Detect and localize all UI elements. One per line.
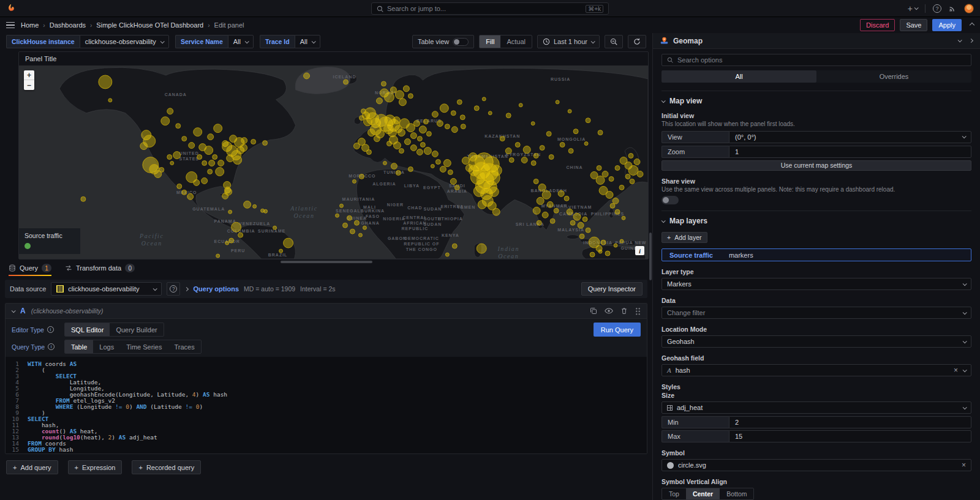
align-top[interactable]: Top	[662, 488, 686, 499]
svg-text:SENEGAL: SENEGAL	[336, 209, 361, 213]
save-button[interactable]: Save	[900, 19, 927, 31]
collapse-pane-icon[interactable]	[969, 39, 973, 43]
section-map-layers[interactable]: Map layers	[662, 217, 971, 225]
map-zoom-control: + –	[24, 70, 34, 90]
drag-handle-icon[interactable]	[635, 307, 641, 315]
visualization-picker[interactable]: Geomap	[653, 33, 980, 49]
global-search[interactable]: Search or jump to... ⌘+k	[371, 2, 609, 15]
toggle-visibility-icon[interactable]	[605, 307, 613, 315]
breadcrumb-dashboards[interactable]: Dashboards	[50, 21, 86, 29]
chevron-down-icon	[245, 39, 249, 43]
avatar[interactable]	[964, 4, 974, 13]
chevron-up-icon[interactable]	[970, 23, 974, 28]
zoom-out-button[interactable]	[605, 35, 623, 48]
svg-text:MAURITANIA: MAURITANIA	[342, 197, 375, 201]
tab-all[interactable]: All	[662, 70, 816, 83]
view-select[interactable]: (0°, 0°)	[729, 131, 971, 143]
zoom-input[interactable]: 1	[729, 146, 971, 158]
size-select[interactable]: adj_heat	[662, 401, 971, 414]
share-view-label: Share view	[662, 177, 971, 185]
breadcrumb-dashboard-name[interactable]: Simple ClickHouse OTel Dashboard	[96, 21, 203, 29]
chevron-right-icon: ›	[43, 22, 45, 29]
variable-label: Service Name	[175, 35, 228, 48]
refresh-button[interactable]	[628, 35, 646, 48]
add-menu-button[interactable]: +	[908, 4, 918, 13]
symbol-select[interactable]: circle.svg ×	[662, 459, 971, 471]
sql-editor[interactable]: 1WITH coords AS2 (3 SELECT4 Latitude,5 L…	[6, 357, 647, 453]
transform-count-badge: 0	[125, 264, 135, 272]
duplicate-query-icon[interactable]	[590, 307, 597, 315]
tab-query[interactable]: Query 1	[9, 264, 51, 276]
query-type-logs[interactable]: Logs	[93, 340, 120, 353]
grafana-logo[interactable]	[6, 3, 17, 13]
time-range-picker[interactable]: Last 1 hour	[537, 35, 600, 48]
align-bottom[interactable]: Bottom	[720, 488, 753, 499]
svg-text:LIBYA: LIBYA	[404, 184, 420, 188]
chevron-down-icon	[662, 218, 666, 223]
chevron-down-icon[interactable]	[958, 38, 962, 42]
breadcrumb-home[interactable]: Home	[21, 21, 39, 29]
query-type-traces[interactable]: Traces	[168, 340, 200, 353]
max-input[interactable]: 15	[729, 430, 971, 442]
query-type-time-series[interactable]: Time Series	[120, 340, 168, 353]
expression-button[interactable]: +Expression	[68, 460, 123, 474]
share-view-toggle[interactable]	[662, 196, 679, 204]
datasource-help-button[interactable]: ?	[167, 282, 180, 296]
actual-option[interactable]: Actual	[500, 35, 532, 48]
recorded-query-button[interactable]: +Recorded query	[132, 460, 201, 474]
clear-icon[interactable]: ×	[954, 367, 958, 374]
zoom-out-button[interactable]: –	[24, 80, 34, 90]
data-select[interactable]: Change filter	[662, 307, 971, 319]
query-ref: A	[20, 307, 26, 315]
query-row-header[interactable]: A (clickhouse-observability)	[6, 304, 647, 319]
scrollbar[interactable]	[649, 233, 652, 280]
zoom-in-button[interactable]: +	[24, 70, 34, 80]
datasource-picker[interactable]: clickhouse-observability	[51, 282, 162, 296]
apply-button[interactable]: Apply	[932, 19, 962, 31]
query-inspector-button[interactable]: Query Inspector	[581, 282, 643, 296]
sql-editor-option[interactable]: SQL Editor	[65, 323, 110, 336]
location-mode-select[interactable]: Geohash	[662, 335, 971, 348]
fill-option[interactable]: Fill	[480, 35, 500, 48]
drag-handle[interactable]	[281, 261, 372, 263]
min-input[interactable]: 2	[729, 416, 971, 428]
variable-service-name[interactable]: Service Name All	[175, 35, 254, 48]
toggle-switch[interactable]	[453, 38, 469, 46]
table-view-toggle[interactable]: Table view	[412, 35, 474, 48]
options-search[interactable]: Search options	[662, 54, 971, 66]
add-layer-button[interactable]: +Add layer	[662, 232, 707, 243]
map-canvas[interactable]: CANADARUSSIAUNITEDSTATESMEXICOGUATEMALAP…	[19, 65, 648, 259]
query-type-table[interactable]: Table	[65, 340, 93, 353]
panel-title[interactable]: Panel Title	[19, 52, 648, 65]
variable-clickhouse-instance[interactable]: ClickHouse instance clickhouse-observabi…	[6, 35, 169, 48]
menu-icon[interactable]	[6, 22, 15, 29]
discard-button[interactable]: Discard	[860, 19, 895, 31]
clickhouse-logo-icon	[56, 285, 64, 293]
use-current-map-settings-button[interactable]: Use current map settings	[662, 160, 971, 171]
breadcrumb-bar: Home › Dashboards › Simple ClickHouse OT…	[0, 17, 980, 33]
view-field: View (0°, 0°)	[662, 131, 971, 143]
section-map-view[interactable]: Map view	[662, 97, 971, 105]
svg-text:AtlanticOcean: AtlanticOcean	[290, 205, 317, 219]
query-options-toggle[interactable]: Query options	[193, 285, 239, 293]
align-center[interactable]: Center	[686, 488, 720, 499]
tab-overrides[interactable]: Overrides	[816, 70, 971, 83]
news-icon[interactable]	[949, 4, 957, 12]
svg-text:YEMEN: YEMEN	[457, 205, 475, 209]
delete-query-icon[interactable]	[620, 307, 628, 315]
layer-type-select[interactable]: Markers	[662, 278, 971, 290]
clear-icon[interactable]: ×	[962, 461, 966, 469]
tab-transform-data[interactable]: Transform data 0	[65, 264, 135, 276]
collapse-query-icon[interactable]	[12, 308, 16, 313]
breadcrumb: Home › Dashboards › Simple ClickHouse OT…	[21, 21, 244, 29]
min-label: Min	[662, 416, 729, 428]
attribution-info-icon[interactable]: i	[635, 246, 644, 255]
geomap-panel: Panel Title CANADARUSSIAUNITEDSTATESMEXI…	[18, 51, 649, 259]
geohash-field-select[interactable]: A hash ×	[662, 364, 971, 376]
variable-trace-id[interactable]: Trace Id All	[260, 35, 320, 48]
run-query-button[interactable]: Run Query	[594, 323, 641, 337]
add-query-button[interactable]: +Add query	[6, 460, 58, 474]
query-builder-option[interactable]: Query Builder	[110, 323, 163, 336]
layer-item-source-traffic[interactable]: Source traffic markers	[662, 248, 971, 261]
help-icon[interactable]: ?	[933, 4, 941, 13]
